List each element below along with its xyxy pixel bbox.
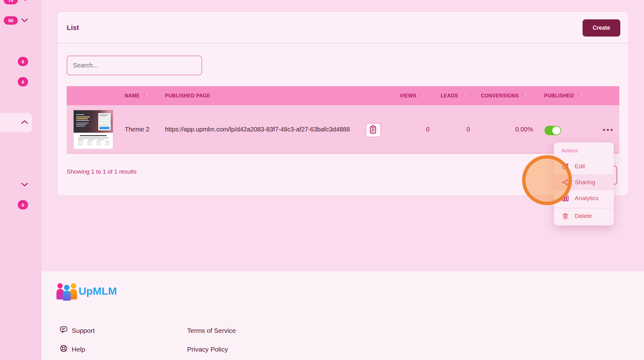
thumbnail-hero — [74, 110, 113, 133]
menu-divider — [554, 208, 614, 208]
chevron-up-icon[interactable] — [21, 120, 28, 124]
brand-name: UpMLM — [79, 285, 117, 297]
column-header-leads[interactable]: LEADS — [441, 86, 466, 105]
footer-link-terms[interactable]: Terms of Service — [187, 327, 236, 334]
sidebar-count-badge: 0 — [18, 57, 28, 66]
column-header-views[interactable]: VIEWS — [400, 86, 424, 105]
sidebar: 70 50 0 0 0 — [0, 0, 41, 360]
menu-item-edit[interactable]: Edit — [554, 158, 614, 174]
sort-icon[interactable] — [143, 92, 148, 99]
row-name: Theme 2 — [125, 105, 149, 154]
ellipsis-icon — [607, 129, 609, 131]
actions-menu: Actions Edit Sharing Analytics Delete — [554, 142, 614, 225]
page-title: List — [67, 12, 79, 43]
published-toggle[interactable] — [545, 126, 561, 135]
share-icon — [562, 179, 569, 186]
row-leads: 0 — [439, 105, 470, 154]
sidebar-count-badge: 0 — [18, 77, 28, 86]
row-actions-button[interactable] — [598, 125, 617, 135]
copy-url-button[interactable] — [366, 123, 381, 137]
footer-link-support[interactable]: Support — [60, 326, 95, 335]
chevron-down-icon[interactable] — [22, 0, 29, 1]
card-header: List Create — [57, 12, 628, 43]
sidebar-badge-50: 50 — [4, 16, 18, 25]
column-header-published[interactable]: PUBLISHED — [544, 86, 582, 105]
footer-link-help[interactable]: Help — [60, 344, 85, 354]
create-button[interactable]: Create — [583, 19, 620, 37]
row-thumbnail — [74, 110, 113, 149]
row-conversions: 0.00% — [496, 105, 533, 154]
sort-icon[interactable] — [577, 92, 582, 99]
sort-icon[interactable] — [419, 92, 424, 99]
menu-item-analytics[interactable]: Analytics — [554, 190, 614, 206]
life-ring-icon — [60, 344, 68, 354]
chevron-down-icon[interactable] — [21, 182, 28, 187]
sidebar-item-expanded[interactable] — [0, 113, 32, 132]
table-header: NAME PUBLISHED PAGE VIEWS LEADS CONVERSI… — [67, 86, 619, 105]
menu-item-sharing[interactable]: Sharing — [554, 174, 614, 190]
ellipsis-icon — [603, 129, 605, 131]
thumbnail-bottom — [74, 133, 113, 149]
clipboard-icon — [370, 125, 377, 135]
toggle-knob — [552, 126, 560, 135]
row-views: 0 — [398, 105, 429, 154]
actions-menu-title: Actions — [561, 146, 578, 155]
sidebar-count-badge: 0 — [18, 200, 28, 210]
page: 70 50 0 0 0 List Create NAME — [0, 0, 644, 360]
column-header-name[interactable]: NAME — [125, 86, 148, 105]
footer: UpMLM Support Help Terms of Service Priv… — [41, 271, 644, 360]
upmlm-logo-icon — [56, 282, 77, 301]
table-row: Theme 2 https://app.upmlm.com/lp/d42a208… — [67, 105, 619, 154]
menu-item-delete[interactable]: Delete — [554, 209, 614, 224]
list-card: List Create NAME PUBLISHED PAGE VIEWS — [57, 12, 629, 196]
sort-icon[interactable] — [522, 92, 527, 99]
sidebar-badge-top: 70 — [4, 0, 18, 4]
thumbnail-form — [98, 113, 111, 131]
main-content: List Create NAME PUBLISHED PAGE VIEWS — [41, 0, 644, 271]
chat-bubble-icon — [60, 326, 68, 335]
trash-icon — [562, 213, 569, 219]
edit-icon — [562, 163, 569, 170]
search-input[interactable] — [67, 56, 202, 75]
sort-icon[interactable] — [461, 92, 466, 99]
chevron-down-icon[interactable] — [21, 18, 28, 22]
row-published-url: https://app.upmlm.com/lp/d42a2083-83f7-4… — [165, 105, 350, 154]
column-header-conversions[interactable]: CONVERSIONS — [481, 86, 527, 105]
bar-chart-icon — [562, 195, 569, 202]
ellipsis-icon — [611, 129, 613, 131]
column-header-published-page[interactable]: PUBLISHED PAGE — [165, 86, 210, 105]
footer-link-privacy[interactable]: Privacy Policy — [187, 346, 228, 353]
results-summary: Showing 1 to 1 of 1 results — [67, 168, 137, 175]
